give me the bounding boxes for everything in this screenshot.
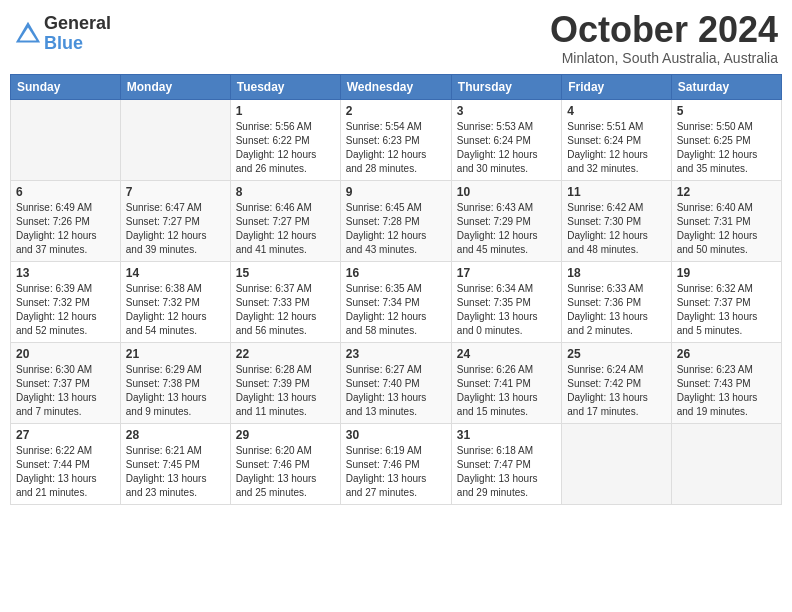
day-info: Sunrise: 5:54 AM Sunset: 6:23 PM Dayligh… — [346, 120, 446, 176]
calendar-cell: 17Sunrise: 6:34 AM Sunset: 7:35 PM Dayli… — [451, 261, 561, 342]
day-info: Sunrise: 6:19 AM Sunset: 7:46 PM Dayligh… — [346, 444, 446, 500]
day-number: 5 — [677, 104, 776, 118]
day-info: Sunrise: 6:33 AM Sunset: 7:36 PM Dayligh… — [567, 282, 665, 338]
day-number: 8 — [236, 185, 335, 199]
day-info: Sunrise: 6:49 AM Sunset: 7:26 PM Dayligh… — [16, 201, 115, 257]
day-info: Sunrise: 6:24 AM Sunset: 7:42 PM Dayligh… — [567, 363, 665, 419]
day-info: Sunrise: 6:46 AM Sunset: 7:27 PM Dayligh… — [236, 201, 335, 257]
day-info: Sunrise: 6:30 AM Sunset: 7:37 PM Dayligh… — [16, 363, 115, 419]
calendar-cell: 8Sunrise: 6:46 AM Sunset: 7:27 PM Daylig… — [230, 180, 340, 261]
day-info: Sunrise: 6:45 AM Sunset: 7:28 PM Dayligh… — [346, 201, 446, 257]
day-number: 27 — [16, 428, 115, 442]
day-info: Sunrise: 5:51 AM Sunset: 6:24 PM Dayligh… — [567, 120, 665, 176]
day-number: 26 — [677, 347, 776, 361]
day-number: 14 — [126, 266, 225, 280]
day-info: Sunrise: 5:56 AM Sunset: 6:22 PM Dayligh… — [236, 120, 335, 176]
calendar-cell: 25Sunrise: 6:24 AM Sunset: 7:42 PM Dayli… — [562, 342, 671, 423]
calendar-cell: 13Sunrise: 6:39 AM Sunset: 7:32 PM Dayli… — [11, 261, 121, 342]
day-number: 24 — [457, 347, 556, 361]
calendar-week-row: 13Sunrise: 6:39 AM Sunset: 7:32 PM Dayli… — [11, 261, 782, 342]
day-number: 31 — [457, 428, 556, 442]
day-info: Sunrise: 5:50 AM Sunset: 6:25 PM Dayligh… — [677, 120, 776, 176]
calendar-cell: 26Sunrise: 6:23 AM Sunset: 7:43 PM Dayli… — [671, 342, 781, 423]
day-number: 28 — [126, 428, 225, 442]
day-info: Sunrise: 6:29 AM Sunset: 7:38 PM Dayligh… — [126, 363, 225, 419]
day-info: Sunrise: 5:53 AM Sunset: 6:24 PM Dayligh… — [457, 120, 556, 176]
calendar-cell: 24Sunrise: 6:26 AM Sunset: 7:41 PM Dayli… — [451, 342, 561, 423]
weekday-header-thursday: Thursday — [451, 74, 561, 99]
logo-icon — [14, 20, 42, 48]
day-number: 23 — [346, 347, 446, 361]
logo-blue-text: Blue — [44, 34, 111, 54]
day-info: Sunrise: 6:40 AM Sunset: 7:31 PM Dayligh… — [677, 201, 776, 257]
day-info: Sunrise: 6:39 AM Sunset: 7:32 PM Dayligh… — [16, 282, 115, 338]
day-number: 25 — [567, 347, 665, 361]
location-subtitle: Minlaton, South Australia, Australia — [550, 50, 778, 66]
day-info: Sunrise: 6:22 AM Sunset: 7:44 PM Dayligh… — [16, 444, 115, 500]
day-number: 30 — [346, 428, 446, 442]
day-number: 3 — [457, 104, 556, 118]
day-number: 18 — [567, 266, 665, 280]
calendar-cell: 4Sunrise: 5:51 AM Sunset: 6:24 PM Daylig… — [562, 99, 671, 180]
day-number: 19 — [677, 266, 776, 280]
calendar-cell: 29Sunrise: 6:20 AM Sunset: 7:46 PM Dayli… — [230, 423, 340, 504]
calendar-cell: 12Sunrise: 6:40 AM Sunset: 7:31 PM Dayli… — [671, 180, 781, 261]
weekday-header-friday: Friday — [562, 74, 671, 99]
day-info: Sunrise: 6:42 AM Sunset: 7:30 PM Dayligh… — [567, 201, 665, 257]
calendar-cell: 28Sunrise: 6:21 AM Sunset: 7:45 PM Dayli… — [120, 423, 230, 504]
calendar-cell — [671, 423, 781, 504]
weekday-header-sunday: Sunday — [11, 74, 121, 99]
day-number: 2 — [346, 104, 446, 118]
calendar-cell: 3Sunrise: 5:53 AM Sunset: 6:24 PM Daylig… — [451, 99, 561, 180]
day-info: Sunrise: 6:21 AM Sunset: 7:45 PM Dayligh… — [126, 444, 225, 500]
calendar-cell: 5Sunrise: 5:50 AM Sunset: 6:25 PM Daylig… — [671, 99, 781, 180]
day-info: Sunrise: 6:32 AM Sunset: 7:37 PM Dayligh… — [677, 282, 776, 338]
day-info: Sunrise: 6:27 AM Sunset: 7:40 PM Dayligh… — [346, 363, 446, 419]
logo: General Blue — [14, 14, 111, 54]
calendar-cell — [11, 99, 121, 180]
calendar-cell: 1Sunrise: 5:56 AM Sunset: 6:22 PM Daylig… — [230, 99, 340, 180]
calendar-cell — [562, 423, 671, 504]
calendar-cell: 16Sunrise: 6:35 AM Sunset: 7:34 PM Dayli… — [340, 261, 451, 342]
day-number: 12 — [677, 185, 776, 199]
calendar-cell: 23Sunrise: 6:27 AM Sunset: 7:40 PM Dayli… — [340, 342, 451, 423]
calendar-cell: 14Sunrise: 6:38 AM Sunset: 7:32 PM Dayli… — [120, 261, 230, 342]
calendar-week-row: 1Sunrise: 5:56 AM Sunset: 6:22 PM Daylig… — [11, 99, 782, 180]
day-info: Sunrise: 6:37 AM Sunset: 7:33 PM Dayligh… — [236, 282, 335, 338]
calendar-cell: 2Sunrise: 5:54 AM Sunset: 6:23 PM Daylig… — [340, 99, 451, 180]
weekday-header-tuesday: Tuesday — [230, 74, 340, 99]
day-number: 16 — [346, 266, 446, 280]
day-number: 17 — [457, 266, 556, 280]
calendar-cell: 7Sunrise: 6:47 AM Sunset: 7:27 PM Daylig… — [120, 180, 230, 261]
weekday-header-saturday: Saturday — [671, 74, 781, 99]
day-number: 1 — [236, 104, 335, 118]
title-block: October 2024 Minlaton, South Australia, … — [550, 10, 778, 66]
day-info: Sunrise: 6:38 AM Sunset: 7:32 PM Dayligh… — [126, 282, 225, 338]
weekday-header-monday: Monday — [120, 74, 230, 99]
day-info: Sunrise: 6:26 AM Sunset: 7:41 PM Dayligh… — [457, 363, 556, 419]
day-info: Sunrise: 6:43 AM Sunset: 7:29 PM Dayligh… — [457, 201, 556, 257]
day-info: Sunrise: 6:23 AM Sunset: 7:43 PM Dayligh… — [677, 363, 776, 419]
calendar-cell: 22Sunrise: 6:28 AM Sunset: 7:39 PM Dayli… — [230, 342, 340, 423]
calendar-cell: 21Sunrise: 6:29 AM Sunset: 7:38 PM Dayli… — [120, 342, 230, 423]
logo-general-text: General — [44, 14, 111, 34]
page-header: General Blue October 2024 Minlaton, Sout… — [10, 10, 782, 66]
day-number: 20 — [16, 347, 115, 361]
calendar-cell: 6Sunrise: 6:49 AM Sunset: 7:26 PM Daylig… — [11, 180, 121, 261]
day-number: 22 — [236, 347, 335, 361]
calendar-cell: 20Sunrise: 6:30 AM Sunset: 7:37 PM Dayli… — [11, 342, 121, 423]
calendar-table: SundayMondayTuesdayWednesdayThursdayFrid… — [10, 74, 782, 505]
day-info: Sunrise: 6:35 AM Sunset: 7:34 PM Dayligh… — [346, 282, 446, 338]
day-number: 4 — [567, 104, 665, 118]
calendar-cell — [120, 99, 230, 180]
month-title: October 2024 — [550, 10, 778, 50]
calendar-week-row: 20Sunrise: 6:30 AM Sunset: 7:37 PM Dayli… — [11, 342, 782, 423]
day-number: 13 — [16, 266, 115, 280]
day-info: Sunrise: 6:34 AM Sunset: 7:35 PM Dayligh… — [457, 282, 556, 338]
day-number: 10 — [457, 185, 556, 199]
calendar-cell: 27Sunrise: 6:22 AM Sunset: 7:44 PM Dayli… — [11, 423, 121, 504]
day-info: Sunrise: 6:28 AM Sunset: 7:39 PM Dayligh… — [236, 363, 335, 419]
day-info: Sunrise: 6:47 AM Sunset: 7:27 PM Dayligh… — [126, 201, 225, 257]
day-number: 11 — [567, 185, 665, 199]
calendar-cell: 31Sunrise: 6:18 AM Sunset: 7:47 PM Dayli… — [451, 423, 561, 504]
